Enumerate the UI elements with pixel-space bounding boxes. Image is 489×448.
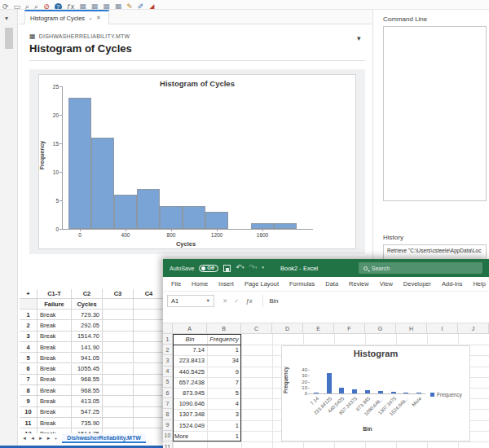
- cell-failure[interactable]: Break: [37, 353, 72, 363]
- cell-cycles[interactable]: 729.30: [72, 310, 103, 320]
- sheet-nav-icon[interactable]: ►: [46, 436, 51, 441]
- cell-empty[interactable]: [134, 332, 165, 342]
- row-header-9[interactable]: 9: [163, 420, 173, 431]
- cancel-entry-icon[interactable]: ✕: [222, 297, 227, 305]
- find-next-icon[interactable]: ⌕: [34, 1, 38, 10]
- search-box[interactable]: Search: [359, 262, 482, 274]
- rail-scroll-thumb[interactable]: [5, 28, 13, 49]
- cell-empty[interactable]: [134, 353, 165, 363]
- cell-failure[interactable]: Break: [37, 385, 72, 396]
- ribbon-tab-help[interactable]: Help: [473, 280, 485, 288]
- cell-cycles[interactable]: 1514.70: [72, 332, 103, 342]
- cancel-icon[interactable]: ⊘: [43, 1, 50, 10]
- ribbon-tab-insert[interactable]: Insert: [218, 280, 234, 288]
- confirm-entry-icon[interactable]: ✓: [234, 297, 239, 305]
- cell-empty[interactable]: [103, 375, 134, 385]
- insert-cells-icon[interactable]: ▦: [79, 1, 86, 10]
- tab-dropdown-icon[interactable]: ⌄: [88, 15, 93, 21]
- annotate-icon[interactable]: ✐: [138, 1, 144, 10]
- excel-histogram-chart[interactable]: Histogram0102030407.14223.84125440.54256…: [281, 345, 470, 441]
- ribbon-tab-review[interactable]: Review: [349, 280, 369, 288]
- var-name-empty[interactable]: [103, 299, 134, 310]
- sheet-nav-icon[interactable]: ◄: [30, 436, 35, 441]
- row-header-7[interactable]: 7: [163, 398, 173, 409]
- column-header-b[interactable]: B: [207, 323, 241, 334]
- cell-empty[interactable]: [103, 418, 134, 428]
- var-name-empty[interactable]: [134, 299, 165, 310]
- cell-cycles[interactable]: 413.05: [72, 396, 103, 406]
- column-header-f[interactable]: F: [334, 323, 365, 334]
- insert-function-icon[interactable]: ƒx: [246, 297, 253, 305]
- sheet-nav-buttons[interactable]: ◄◄►►+: [20, 436, 59, 441]
- cell-empty[interactable]: [134, 364, 165, 375]
- cell-empty[interactable]: [134, 320, 165, 331]
- row-number[interactable]: 7: [20, 375, 37, 385]
- navigator-rail[interactable]: ▾: [0, 10, 18, 448]
- cell-empty[interactable]: [103, 407, 134, 418]
- cell-empty[interactable]: [103, 353, 134, 363]
- ribbon-tab-formulas[interactable]: Formulas: [289, 280, 315, 288]
- ribbon-tab-developer[interactable]: Developer: [403, 280, 431, 288]
- row-number[interactable]: 6: [20, 364, 37, 375]
- grid-corner-cell[interactable]: +: [20, 289, 37, 299]
- move-columns-icon[interactable]: ▦: [115, 1, 122, 10]
- help-icon[interactable]: ?: [55, 3, 62, 10]
- column-header-g[interactable]: G: [365, 323, 396, 334]
- cell-cycles[interactable]: 735.90: [72, 418, 103, 428]
- column-header-c1-t[interactable]: C1-T: [37, 289, 72, 299]
- row-number[interactable]: 9: [20, 396, 37, 406]
- select-all-corner[interactable]: [163, 323, 173, 334]
- eraser-icon[interactable]: ◢: [148, 1, 154, 10]
- cell-empty[interactable]: [134, 310, 165, 320]
- name-box-dropdown-icon[interactable]: ▼: [206, 298, 210, 303]
- cell-empty[interactable]: [103, 342, 134, 353]
- formula-bar[interactable]: Bin: [262, 295, 489, 307]
- pane-menu-caret-icon[interactable]: ▾: [357, 34, 361, 42]
- column-header-a[interactable]: A: [173, 323, 207, 334]
- cell-empty[interactable]: [103, 310, 134, 320]
- row-number[interactable]: 4: [20, 342, 37, 353]
- var-name-failure[interactable]: Failure: [37, 299, 72, 310]
- cell-failure[interactable]: Break: [37, 364, 72, 375]
- cell-failure[interactable]: Break: [37, 342, 72, 353]
- cell-empty[interactable]: [103, 396, 134, 406]
- cell-failure[interactable]: Break: [37, 375, 72, 385]
- row-number[interactable]: 3: [20, 332, 37, 342]
- autosave-toggle[interactable]: Off: [199, 265, 218, 272]
- column-header-c3[interactable]: C3: [103, 289, 134, 299]
- column-header-c4[interactable]: C4: [134, 289, 165, 299]
- command-line-input[interactable]: [383, 26, 487, 201]
- var-name-cycles[interactable]: Cycles: [72, 299, 103, 310]
- excel-sheet-grid[interactable]: Histogram0102030407.14223.84125440.54256…: [163, 323, 489, 448]
- column-header-i[interactable]: I: [427, 323, 458, 334]
- cell-failure[interactable]: Break: [37, 320, 72, 331]
- find-icon[interactable]: ⌕: [25, 1, 29, 10]
- rail-collapse-caret[interactable]: ▾: [5, 15, 8, 22]
- undo-icon[interactable]: ↶▾: [236, 264, 244, 271]
- ribbon-tab-view[interactable]: View: [380, 280, 393, 288]
- row-header-11[interactable]: 11: [163, 441, 173, 448]
- ribbon-tab-page-layout[interactable]: Page Layout: [244, 280, 279, 288]
- cell-empty[interactable]: [134, 375, 165, 385]
- minitab-histogram-chart[interactable]: Histogram of Cycles051015202504008001200…: [38, 74, 356, 249]
- worksheet-link[interactable]: ▦ DISHWASHERRELIABILITY.MTW: [29, 33, 130, 40]
- row-number[interactable]: 5: [20, 353, 37, 363]
- cell-failure[interactable]: Break: [37, 310, 72, 320]
- row-header-2[interactable]: 2: [163, 345, 173, 355]
- cell-empty[interactable]: [103, 364, 134, 375]
- row-number[interactable]: 8: [20, 385, 37, 396]
- cell-cycles[interactable]: 292.05: [72, 320, 103, 331]
- row-number[interactable]: 11: [20, 418, 37, 428]
- sheet-nav-icon[interactable]: ◄: [22, 436, 27, 441]
- ribbon-tab-data[interactable]: Data: [325, 280, 338, 288]
- cell-cycles[interactable]: 1055.45: [72, 364, 103, 375]
- row-header-5[interactable]: 5: [163, 377, 173, 388]
- cell-empty[interactable]: [134, 407, 165, 418]
- sheet-nav-icon[interactable]: ►: [38, 436, 43, 441]
- column-header-c2[interactable]: C2: [72, 289, 103, 299]
- column-header-c[interactable]: C: [241, 323, 272, 334]
- tab-close-icon[interactable]: ✕: [96, 15, 101, 21]
- cell-failure[interactable]: Break: [37, 418, 72, 428]
- row-header-8[interactable]: 8: [163, 409, 173, 419]
- cell-cycles[interactable]: 968.55: [72, 375, 103, 385]
